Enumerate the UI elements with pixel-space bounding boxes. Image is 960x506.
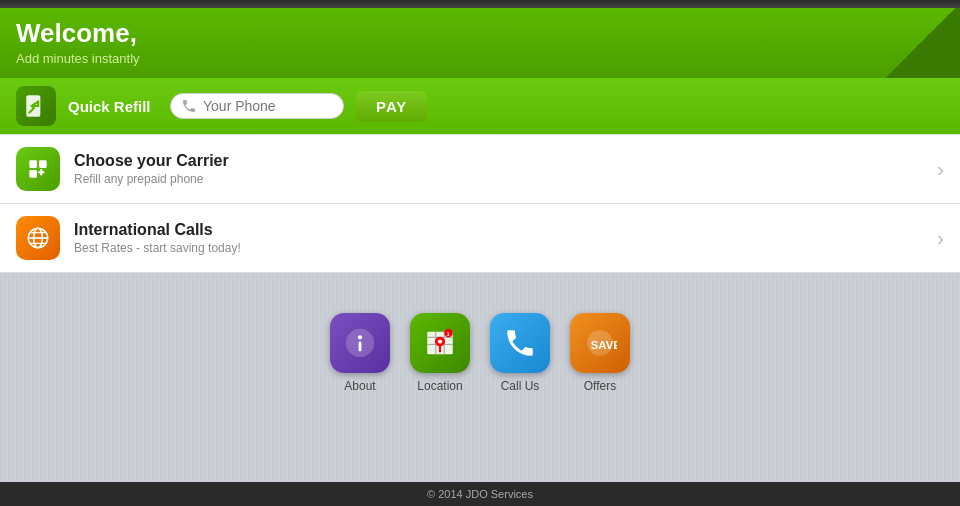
top-bar [0, 0, 960, 8]
location-icon-box: 1 [410, 313, 470, 373]
list-container: Choose your Carrier Refill any prepaid p… [0, 134, 960, 273]
footer-text: © 2014 JDO Services [427, 488, 533, 500]
international-subtitle: Best Rates - start saving today! [74, 241, 241, 255]
svg-rect-2 [39, 161, 47, 169]
svg-point-18 [438, 340, 442, 344]
international-title: International Calls [74, 221, 241, 239]
phone-input[interactable] [203, 98, 333, 114]
svg-text:SAVE: SAVE [591, 339, 617, 351]
svg-rect-11 [359, 342, 362, 352]
international-text: International Calls Best Rates - start s… [74, 221, 241, 255]
svg-rect-1 [29, 161, 37, 169]
list-item-carrier[interactable]: Choose your Carrier Refill any prepaid p… [0, 134, 960, 204]
carrier-text: Choose your Carrier Refill any prepaid p… [74, 152, 229, 186]
svg-rect-3 [29, 170, 37, 178]
location-label: Location [417, 379, 462, 393]
grid-item-about[interactable]: About [330, 313, 390, 393]
svg-point-10 [358, 335, 362, 339]
phone-input-wrap [170, 93, 344, 119]
quick-refill-label: Quick Refill [68, 98, 158, 115]
offers-icon-box: SAVE [570, 313, 630, 373]
call-us-icon-box [490, 313, 550, 373]
grid-item-call-us[interactable]: Call Us [490, 313, 550, 393]
quick-refill-bar: Quick Refill PAY [0, 78, 960, 134]
about-label: About [344, 379, 375, 393]
about-icon-box [330, 313, 390, 373]
phone-icon [181, 98, 197, 114]
list-item-international[interactable]: International Calls Best Rates - start s… [0, 204, 960, 273]
carrier-subtitle: Refill any prepaid phone [74, 172, 229, 186]
carrier-title: Choose your Carrier [74, 152, 229, 170]
header-title: Welcome, [16, 18, 944, 49]
carrier-chevron: › [937, 158, 944, 181]
grid-item-offers[interactable]: SAVE Offers [570, 313, 630, 393]
quick-refill-icon [16, 86, 56, 126]
pay-button[interactable]: PAY [356, 91, 427, 122]
carrier-icon [16, 147, 60, 191]
grid-item-location[interactable]: 1 Location [410, 313, 470, 393]
international-chevron: › [937, 227, 944, 250]
header: Welcome, Add minutes instantly [0, 8, 960, 78]
offers-label: Offers [584, 379, 616, 393]
icon-grid: About 1 Location [0, 273, 960, 413]
call-us-label: Call Us [501, 379, 540, 393]
header-subtitle: Add minutes instantly [16, 51, 944, 66]
svg-text:1: 1 [446, 331, 449, 337]
footer: © 2014 JDO Services [0, 482, 960, 506]
international-icon [16, 216, 60, 260]
